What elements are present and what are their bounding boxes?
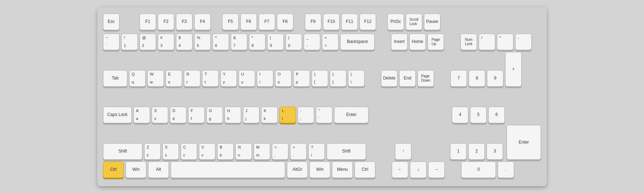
key-m[interactable]: M m xyxy=(254,143,270,160)
key-num-multiply[interactable]: * xyxy=(497,34,513,50)
key-0[interactable]: ) 0 xyxy=(286,34,302,50)
key-s[interactable]: S s xyxy=(152,107,168,123)
key-num-9[interactable]: 9 xyxy=(487,70,503,87)
key-f3[interactable]: F3 xyxy=(176,14,192,30)
key-delete[interactable]: Delete xyxy=(381,70,397,87)
key-6[interactable]: ^ 6 xyxy=(213,34,229,50)
key-d[interactable]: D d xyxy=(170,107,186,123)
key-f7[interactable]: F7 xyxy=(259,14,275,30)
key-f2[interactable]: F2 xyxy=(158,14,174,30)
key-backspace[interactable]: Backspace xyxy=(340,34,375,50)
key-num-minus[interactable]: - xyxy=(515,34,532,50)
key-altgr[interactable]: AltGr xyxy=(287,161,308,178)
key-backtick[interactable]: ~ ` xyxy=(103,34,119,50)
key-shift-left[interactable]: Shift xyxy=(103,143,142,160)
key-arrow-right[interactable]: → xyxy=(428,161,445,178)
key-o[interactable]: O o xyxy=(275,70,292,87)
key-f9[interactable]: F9 xyxy=(305,14,321,30)
key-bracket-close[interactable]: } ] xyxy=(330,70,346,87)
key-num-2[interactable]: 2 xyxy=(468,143,485,160)
key-x[interactable]: X x xyxy=(162,143,179,160)
key-j[interactable]: J j xyxy=(243,107,259,123)
key-u[interactable]: U u xyxy=(239,70,255,87)
key-w[interactable]: W w xyxy=(147,70,164,87)
key-q[interactable]: Q q xyxy=(129,70,146,87)
key-home[interactable]: Home xyxy=(409,34,426,50)
key-g[interactable]: G g xyxy=(206,107,223,123)
key-pagedown[interactable]: PageDown xyxy=(418,70,434,87)
key-f[interactable]: F f xyxy=(188,107,205,123)
key-comma[interactable]: < , xyxy=(272,143,288,160)
key-f6[interactable]: F6 xyxy=(240,14,257,30)
key-end[interactable]: End xyxy=(399,70,416,87)
key-shift-right[interactable]: Shift xyxy=(327,143,366,160)
key-b[interactable]: B b xyxy=(217,143,234,160)
key-num-slash[interactable]: / xyxy=(479,34,495,50)
key-num-dot[interactable]: . xyxy=(498,161,514,178)
key-period[interactable]: > . xyxy=(290,143,307,160)
key-backslash[interactable]: | \ xyxy=(348,70,365,87)
key-3[interactable]: # 3 xyxy=(158,34,174,50)
key-num-6[interactable]: 6 xyxy=(488,107,505,123)
key-win-right[interactable]: Win xyxy=(309,161,330,178)
key-win-left[interactable]: Win xyxy=(126,161,146,178)
key-4[interactable]: $ 4 xyxy=(176,34,192,50)
key-num-plus[interactable]: + xyxy=(505,52,522,87)
key-i[interactable]: I i xyxy=(257,70,273,87)
key-arrow-down[interactable]: ↓ xyxy=(410,161,426,178)
key-7[interactable]: & 7 xyxy=(231,34,247,50)
key-l[interactable]: L l xyxy=(279,107,296,123)
key-menu[interactable]: Menu xyxy=(332,161,353,178)
key-v[interactable]: V v xyxy=(199,143,215,160)
key-num-0[interactable]: 0 xyxy=(461,161,496,178)
key-k[interactable]: K k xyxy=(261,107,278,123)
key-5[interactable]: % 5 xyxy=(194,34,211,50)
key-ctrl-right[interactable]: Ctrl xyxy=(355,161,375,178)
key-f5[interactable]: F5 xyxy=(222,14,239,30)
key-prtsc[interactable]: PrtSc xyxy=(387,14,404,30)
key-bracket-open[interactable]: { [ xyxy=(312,70,328,87)
key-e[interactable]: E e xyxy=(166,70,182,87)
key-z[interactable]: Z z xyxy=(144,143,161,160)
key-8[interactable]: * 8 xyxy=(249,34,265,50)
key-a[interactable]: A a xyxy=(133,107,150,123)
key-2[interactable]: @ 2 xyxy=(140,34,156,50)
key-9[interactable]: ( 9 xyxy=(267,34,284,50)
key-scrolllock[interactable]: ScrollLock xyxy=(406,14,422,30)
key-enter[interactable]: Enter xyxy=(334,107,369,123)
key-arrow-up[interactable]: ↑ xyxy=(395,143,411,160)
key-f1[interactable]: F1 xyxy=(140,14,156,30)
key-ctrl-left[interactable]: Ctrl xyxy=(103,161,124,178)
key-p[interactable]: P p xyxy=(293,70,310,87)
key-quote[interactable]: " ' xyxy=(316,107,332,123)
key-num-enter[interactable]: Enter xyxy=(507,125,541,160)
key-n[interactable]: N n xyxy=(235,143,252,160)
key-arrow-left[interactable]: ← xyxy=(392,161,408,178)
key-f11[interactable]: F11 xyxy=(341,14,358,30)
key-num-3[interactable]: 3 xyxy=(487,143,503,160)
key-slash[interactable]: ? / xyxy=(308,143,325,160)
key-esc[interactable]: Esc xyxy=(103,14,119,30)
key-f12[interactable]: F12 xyxy=(360,14,376,30)
key-semicolon[interactable]: : ; xyxy=(298,107,314,123)
key-num-1[interactable]: 1 xyxy=(450,143,467,160)
key-r[interactable]: R r xyxy=(184,70,200,87)
key-y[interactable]: Y y xyxy=(220,70,237,87)
key-alt-left[interactable]: Alt xyxy=(148,161,169,178)
key-numlock[interactable]: NumLock xyxy=(460,34,477,50)
key-f4[interactable]: F4 xyxy=(194,14,211,30)
key-c[interactable]: C c xyxy=(181,143,197,160)
key-num-4[interactable]: 4 xyxy=(452,107,468,123)
key-t[interactable]: T t xyxy=(202,70,219,87)
key-num-7[interactable]: 7 xyxy=(450,70,467,87)
key-space[interactable] xyxy=(171,161,285,178)
key-f8[interactable]: F8 xyxy=(277,14,293,30)
key-insert[interactable]: Insert xyxy=(391,34,408,50)
key-equals[interactable]: + = xyxy=(322,34,338,50)
key-minus[interactable]: _ - xyxy=(304,34,320,50)
key-pageup[interactable]: PageUp xyxy=(428,34,444,50)
key-num-5[interactable]: 5 xyxy=(470,107,487,123)
key-tab[interactable]: Tab xyxy=(103,70,127,87)
key-f10[interactable]: F10 xyxy=(323,14,340,30)
key-h[interactable]: H h xyxy=(225,107,241,123)
